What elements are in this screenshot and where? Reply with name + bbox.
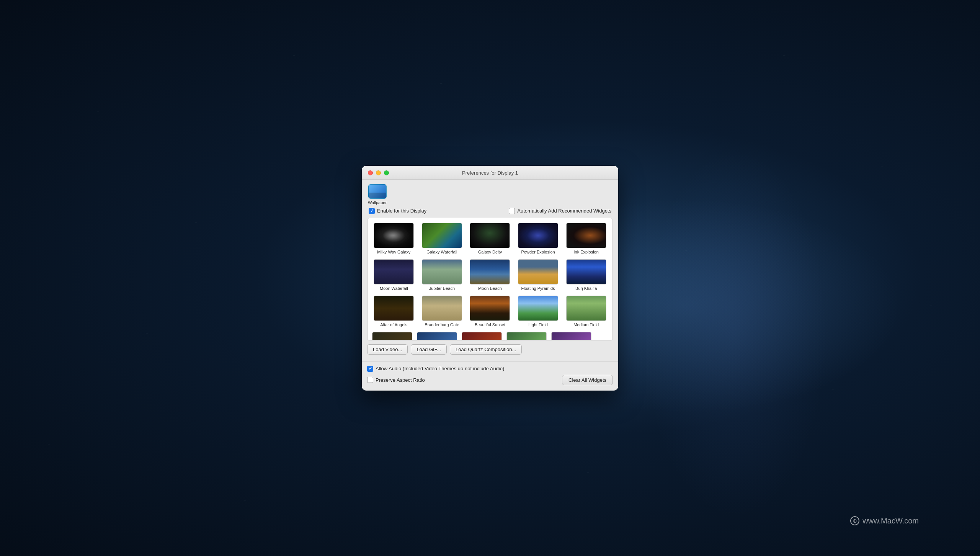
auto-widgets-label: Automatically Add Recommended Widgets — [517, 208, 611, 214]
thumb-moon-waterfall — [374, 259, 414, 285]
traffic-lights — [368, 170, 389, 175]
enable-display-label: Enable for this Display — [377, 208, 426, 214]
thumb-powder-explosion — [518, 223, 558, 248]
clear-all-widgets-button[interactable]: Clear All Widgets — [562, 375, 613, 385]
thumb-jupiter-beach — [422, 259, 462, 285]
label-milky-way-galaxy: Milky Way Galaxy — [377, 250, 410, 255]
load-gif-button[interactable]: Load GIF... — [411, 344, 447, 355]
grid-item-ink-explosion[interactable]: Ink Explosion — [563, 221, 609, 256]
content-area: Enable for this Display Automatically Ad… — [362, 208, 618, 360]
thumb-ink-explosion — [566, 223, 606, 248]
thumb-partial1 — [372, 332, 412, 340]
allow-audio-checkbox-item[interactable]: Allow Audio (Included Video Themes do no… — [367, 366, 504, 372]
partial-item-2[interactable] — [415, 330, 459, 340]
auto-widgets-checkbox[interactable] — [509, 208, 515, 214]
wallpaper-grid: Milky Way Galaxy Galaxy Waterfall Galaxy… — [371, 221, 609, 329]
label-medium-field: Medium Field — [573, 322, 599, 327]
label-powder-explosion: Powder Explosion — [521, 250, 555, 255]
thumb-partial3 — [462, 332, 502, 340]
partial-row — [371, 330, 609, 340]
preserve-aspect-checkbox[interactable] — [367, 377, 373, 383]
thumb-galaxy-waterfall — [422, 223, 462, 248]
preferences-window: Preferences for Display 1 Wallpaper Enab… — [362, 166, 618, 391]
label-galaxy-waterfall: Galaxy Waterfall — [426, 250, 457, 255]
grid-item-altar-of-angels[interactable]: Altar of Angels — [371, 294, 417, 329]
enable-display-checkbox[interactable] — [369, 208, 375, 214]
thumb-light-field — [518, 296, 558, 321]
wallpaper-icon-img — [368, 184, 387, 199]
thumb-moon-beach — [470, 259, 510, 285]
label-burj-khalifa: Burj Khalifa — [575, 286, 597, 291]
allow-audio-label: Allow Audio (Included Video Themes do no… — [376, 366, 504, 371]
bottom-section: Allow Audio (Included Video Themes do no… — [362, 361, 618, 391]
watermark: ⊕ www.MacW.com — [850, 516, 919, 525]
grid-item-jupiter-beach[interactable]: Jupiter Beach — [419, 258, 466, 293]
maximize-button[interactable] — [384, 170, 389, 175]
preserve-aspect-checkbox-item[interactable]: Preserve Aspect Ratio — [367, 377, 425, 383]
minimize-button[interactable] — [376, 170, 381, 175]
thumb-altar-of-angels — [374, 296, 414, 321]
grid-item-milky-way-galaxy[interactable]: Milky Way Galaxy — [371, 221, 417, 256]
partial-item-4[interactable] — [505, 330, 548, 340]
thumb-galaxy-deity — [470, 223, 510, 248]
load-buttons-row: Load Video... Load GIF... Load Quartz Co… — [367, 344, 613, 355]
grid-item-galaxy-waterfall[interactable]: Galaxy Waterfall — [419, 221, 466, 256]
grid-item-beautiful-sunset[interactable]: Beautiful Sunset — [467, 294, 513, 329]
partial-item-1[interactable] — [371, 330, 414, 340]
watermark-icon: ⊕ — [850, 516, 859, 525]
thumb-partial2 — [417, 332, 457, 340]
preserve-aspect-label: Preserve Aspect Ratio — [376, 377, 425, 383]
label-jupiter-beach: Jupiter Beach — [429, 286, 455, 291]
close-button[interactable] — [368, 170, 373, 175]
label-altar-of-angels: Altar of Angels — [380, 322, 407, 327]
label-galaxy-deity: Galaxy Deity — [478, 250, 502, 255]
window-title: Preferences for Display 1 — [462, 170, 518, 176]
thumb-beautiful-sunset — [470, 296, 510, 321]
label-brandenburg-gate: Brandenburg Gate — [425, 322, 459, 327]
grid-item-burj-khalifa[interactable]: Burj Khalifa — [563, 258, 609, 293]
label-moon-beach: Moon Beach — [478, 286, 502, 291]
preserve-aspect-row: Preserve Aspect Ratio Clear All Widgets — [367, 375, 613, 385]
toolbar: Wallpaper — [362, 180, 618, 208]
partial-item-5[interactable] — [550, 330, 593, 340]
load-quartz-button[interactable]: Load Quartz Composition... — [450, 344, 522, 355]
grid-item-galaxy-deity[interactable]: Galaxy Deity — [467, 221, 513, 256]
allow-audio-checkbox[interactable] — [367, 366, 373, 372]
grid-item-light-field[interactable]: Light Field — [515, 294, 562, 329]
top-checkboxes-row: Enable for this Display Automatically Ad… — [367, 208, 613, 214]
thumb-partial4 — [506, 332, 547, 340]
wallpaper-grid-container: Milky Way Galaxy Galaxy Waterfall Galaxy… — [367, 218, 613, 340]
grid-item-moon-waterfall[interactable]: Moon Waterfall — [371, 258, 417, 293]
thumb-brandenburg-gate — [422, 296, 462, 321]
thumb-floating-pyramids — [518, 259, 558, 285]
grid-item-brandenburg-gate[interactable]: Brandenburg Gate — [419, 294, 466, 329]
label-floating-pyramids: Floating Pyramids — [521, 286, 555, 291]
label-beautiful-sunset: Beautiful Sunset — [475, 322, 505, 327]
partial-item-3[interactable] — [460, 330, 503, 340]
allow-audio-row: Allow Audio (Included Video Themes do no… — [367, 366, 613, 372]
label-light-field: Light Field — [528, 322, 548, 327]
load-video-button[interactable]: Load Video... — [367, 344, 408, 355]
thumb-milky-way-galaxy — [374, 223, 414, 248]
watermark-text: www.MacW.com — [862, 517, 919, 525]
grid-item-moon-beach[interactable]: Moon Beach — [467, 258, 513, 293]
wallpaper-toolbar-item[interactable]: Wallpaper — [368, 184, 387, 205]
enable-display-checkbox-item[interactable]: Enable for this Display — [369, 208, 426, 214]
grid-item-medium-field[interactable]: Medium Field — [563, 294, 609, 329]
auto-widgets-checkbox-item[interactable]: Automatically Add Recommended Widgets — [509, 208, 611, 214]
thumb-medium-field — [566, 296, 606, 321]
titlebar: Preferences for Display 1 — [362, 166, 618, 180]
wallpaper-label: Wallpaper — [368, 200, 387, 205]
thumb-burj-khalifa — [566, 259, 606, 285]
grid-item-powder-explosion[interactable]: Powder Explosion — [515, 221, 562, 256]
thumb-partial5 — [551, 332, 591, 340]
label-ink-explosion: Ink Explosion — [573, 250, 598, 255]
label-moon-waterfall: Moon Waterfall — [380, 286, 408, 291]
grid-item-floating-pyramids[interactable]: Floating Pyramids — [515, 258, 562, 293]
